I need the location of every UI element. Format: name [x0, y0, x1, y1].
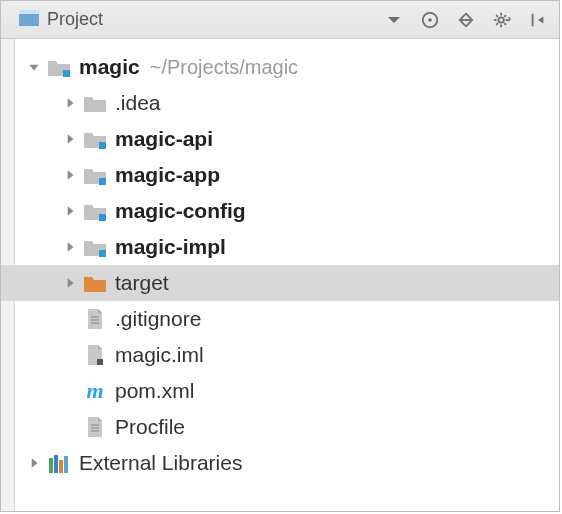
- maven-icon: m: [83, 379, 107, 403]
- tree-node-magic-config[interactable]: magic-config: [1, 193, 559, 229]
- svg-rect-20: [99, 178, 106, 185]
- chevron-down-icon[interactable]: [25, 58, 43, 76]
- project-view-icon: [19, 9, 39, 31]
- svg-rect-32: [59, 460, 63, 473]
- svg-rect-26: [97, 359, 103, 365]
- svg-point-8: [498, 17, 503, 22]
- svg-rect-21: [99, 214, 106, 221]
- node-label: pom.xml: [115, 379, 194, 403]
- node-label: magic-api: [115, 127, 213, 151]
- node-label: magic-config: [115, 199, 246, 223]
- text-file-icon: [83, 307, 107, 331]
- svg-rect-30: [49, 458, 53, 473]
- scroll-from-source-icon[interactable]: [419, 9, 441, 31]
- node-label: .gitignore: [115, 307, 201, 331]
- node-label: target: [115, 271, 169, 295]
- module-folder-icon: [83, 163, 107, 187]
- svg-point-6: [428, 18, 432, 22]
- collapse-all-icon[interactable]: [455, 9, 477, 31]
- external-libraries-node[interactable]: External Libraries: [1, 445, 559, 481]
- iml-file-icon: [83, 343, 107, 367]
- tree-node-magic-app[interactable]: magic-app: [1, 157, 559, 193]
- node-path: ~/Projects/magic: [150, 56, 298, 79]
- node-label: magic-app: [115, 163, 220, 187]
- project-root-node[interactable]: magic ~/Projects/magic: [1, 49, 559, 85]
- svg-rect-19: [99, 142, 106, 149]
- tree-node-pom[interactable]: m pom.xml: [1, 373, 559, 409]
- view-mode-dropdown-icon[interactable]: [383, 9, 405, 31]
- hide-panel-icon[interactable]: [527, 9, 549, 31]
- svg-line-13: [496, 15, 498, 17]
- svg-rect-18: [63, 70, 70, 77]
- tree-node-magic-api[interactable]: magic-api: [1, 121, 559, 157]
- node-label: Procfile: [115, 415, 185, 439]
- tree-node-target[interactable]: target: [1, 265, 559, 301]
- module-folder-icon: [83, 199, 107, 223]
- settings-gear-icon[interactable]: [491, 9, 513, 31]
- module-folder-icon: [83, 127, 107, 151]
- project-tree[interactable]: magic ~/Projects/magic .idea magic-api m…: [1, 39, 559, 511]
- project-header: Project: [1, 1, 559, 39]
- node-label: magic: [79, 55, 140, 79]
- svg-rect-31: [54, 455, 58, 473]
- chevron-right-icon[interactable]: [61, 130, 79, 148]
- target-folder-icon: [83, 271, 107, 295]
- chevron-right-icon[interactable]: [61, 238, 79, 256]
- tree-node-magic-impl[interactable]: magic-impl: [1, 229, 559, 265]
- svg-rect-4: [30, 21, 36, 23]
- text-file-icon: [83, 415, 107, 439]
- module-folder-icon: [47, 55, 71, 79]
- folder-icon: [83, 91, 107, 115]
- svg-line-15: [496, 23, 498, 25]
- project-header-title[interactable]: Project: [47, 9, 103, 30]
- svg-line-16: [504, 15, 506, 17]
- chevron-right-icon[interactable]: [61, 94, 79, 112]
- chevron-right-icon[interactable]: [61, 274, 79, 292]
- chevron-right-icon[interactable]: [61, 202, 79, 220]
- module-folder-icon: [83, 235, 107, 259]
- svg-rect-3: [30, 17, 36, 19]
- project-tool-window: Project magic ~/Projects/magic: [0, 0, 560, 512]
- svg-rect-22: [99, 250, 106, 257]
- tree-node-idea[interactable]: .idea: [1, 85, 559, 121]
- svg-line-14: [504, 23, 506, 25]
- node-label: magic.iml: [115, 343, 204, 367]
- tree-node-procfile[interactable]: Procfile: [1, 409, 559, 445]
- node-label: External Libraries: [79, 451, 242, 475]
- tree-node-iml[interactable]: magic.iml: [1, 337, 559, 373]
- external-libraries-icon: [47, 451, 71, 475]
- chevron-right-icon[interactable]: [61, 166, 79, 184]
- chevron-right-icon[interactable]: [25, 454, 43, 472]
- svg-rect-0: [19, 10, 39, 14]
- node-label: magic-impl: [115, 235, 226, 259]
- node-label: .idea: [115, 91, 161, 115]
- tree-node-gitignore[interactable]: .gitignore: [1, 301, 559, 337]
- svg-rect-2: [22, 17, 27, 23]
- svg-rect-33: [64, 456, 68, 473]
